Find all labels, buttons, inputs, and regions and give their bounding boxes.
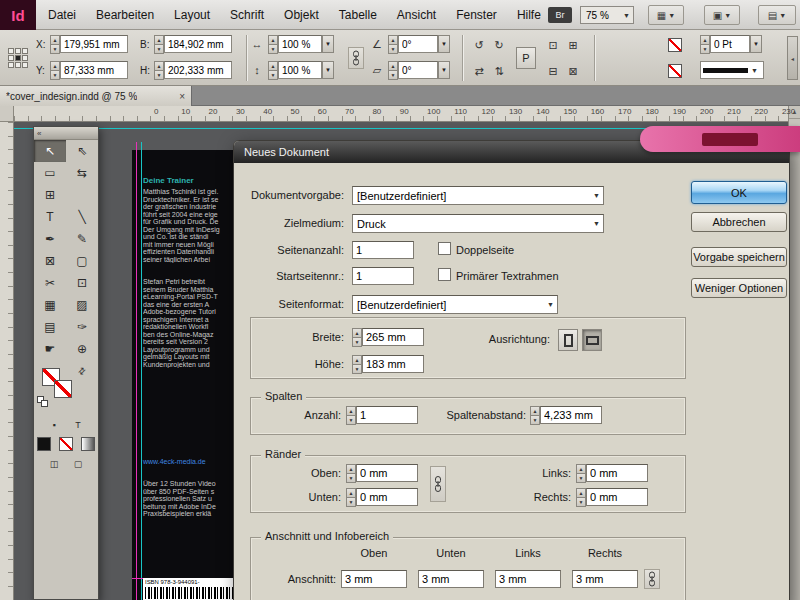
selection-tool[interactable]: ↖ [34,140,66,162]
links-stepper[interactable]: ▲▼ [576,464,586,482]
stepper-up-button[interactable]: ▲ [50,61,60,70]
formatting-affects-container-button[interactable]: ▪ [46,417,62,432]
width-stepper[interactable]: ▲▼ [154,35,164,53]
stepper-up-button[interactable]: ▲ [388,61,398,70]
stepper-down-button[interactable]: ▼ [388,44,398,54]
shear-input[interactable] [398,61,438,79]
apply-gradient-button[interactable] [81,437,95,451]
bridge-button[interactable]: Br [548,7,572,23]
menu-item-datei[interactable]: Datei [38,0,86,30]
stepper-down-button[interactable]: ▼ [346,415,356,425]
stepper-up-button[interactable]: ▲ [576,488,586,497]
pen-tool[interactable]: ✒ [34,228,66,250]
rotation-stepper[interactable]: ▲▼ [388,35,398,53]
links-input[interactable] [586,464,648,482]
scissors-tool[interactable]: ✂ [34,272,66,294]
anzahl-stepper[interactable]: ▲▼ [346,406,356,424]
formatting-affects-text-button[interactable]: T [70,417,86,432]
eyedropper-tool[interactable]: ✑ [66,316,98,338]
default-fill-stroke-button[interactable] [37,396,49,408]
stepper-down-button[interactable]: ▼ [352,364,362,374]
anschnitt-unten-input[interactable] [418,570,484,588]
direct-selection-tool[interactable]: ⇖ [66,140,98,162]
content-collector-tool[interactable]: ⊞ [34,184,66,206]
page-tool[interactable]: ▭ [34,162,66,184]
pencil-tool[interactable]: ✎ [66,228,98,250]
stroke-weight-input[interactable] [710,35,750,53]
stepper-down-button[interactable]: ▼ [268,44,278,54]
reference-point-proxy[interactable] [8,48,28,68]
stepper-up-button[interactable]: ▲ [346,406,356,415]
unten-stepper[interactable]: ▲▼ [346,488,356,506]
fit-frame-button[interactable]: ⊞ [564,36,582,54]
height-stepper[interactable]: ▲▼ [154,61,164,79]
ruler-corner[interactable] [0,106,14,122]
stepper-down-button[interactable]: ▼ [268,70,278,80]
fewer-options-button[interactable]: Weniger Optionen [691,278,787,298]
cancel-button[interactable]: Abbrechen [691,212,787,232]
stepper-up-button[interactable]: ▲ [268,35,278,44]
apply-color-button[interactable] [37,437,51,451]
seitenanzahl-input[interactable] [352,241,414,259]
document-tab[interactable]: *cover_indesign.indd @ 75 % × [0,86,192,106]
zoom-level-select[interactable]: 75 % ▼ [580,6,634,24]
rectangle-tool[interactable]: ▢ [66,250,98,272]
menu-item-tabelle[interactable]: Tabelle [329,0,387,30]
spaltenabstand-stepper[interactable]: ▲▼ [530,406,540,424]
scale-x-stepper[interactable]: ▲▼ [268,35,278,53]
frame-tool[interactable]: ⊠ [34,250,66,272]
rotation-dropdown-button[interactable]: ▼ [438,35,450,53]
menu-item-objekt[interactable]: Objekt [274,0,329,30]
stepper-up-button[interactable]: ▲ [388,35,398,44]
stepper-down-button[interactable]: ▼ [346,473,356,483]
stepper-down-button[interactable]: ▼ [154,70,164,80]
x-stepper[interactable]: ▲▼ [50,35,60,53]
rotate-cw-button[interactable]: ↻ [490,36,508,54]
apply-none-button[interactable] [59,437,73,451]
stroke-weight-stepper[interactable]: ▲▼ [700,35,710,53]
scale-y-input[interactable] [278,61,322,79]
stepper-down-button[interactable]: ▼ [154,44,164,54]
stepper-down-button[interactable]: ▼ [530,415,540,425]
primaerer-textrahmen-checkbox[interactable] [438,268,451,281]
y-input[interactable] [60,61,128,79]
arrange-documents-button[interactable]: ▣ ▼ [704,5,740,25]
stroke-weight-dropdown-button[interactable]: ▼ [750,35,762,53]
constrain-scale-link-button[interactable] [348,47,364,69]
stepper-down-button[interactable]: ▼ [346,497,356,507]
p-button[interactable]: P [516,47,536,69]
stepper-down-button[interactable]: ▼ [700,44,710,54]
anschnitt-oben-input[interactable] [341,570,407,588]
anschnitt-links-input[interactable] [495,570,561,588]
menu-item-fenster[interactable]: Fenster [446,0,507,30]
unten-input[interactable] [356,488,418,506]
stepper-down-button[interactable]: ▼ [352,337,362,347]
type-tool[interactable]: T [34,206,66,228]
scale-x-dropdown-button[interactable]: ▼ [322,35,334,53]
rotate-ccw-button[interactable]: ↺ [470,36,488,54]
stepper-up-button[interactable]: ▲ [346,464,356,473]
dokumentvorgabe-select[interactable]: [Benutzerdefiniert] ▼ [352,186,604,205]
normal-view-mode-button[interactable]: ◫ [46,456,62,471]
gradient-feather-tool[interactable]: ▨ [66,294,98,316]
fit-content-button[interactable]: ⊡ [544,36,562,54]
hoehe-stepper[interactable]: ▲▼ [352,355,362,373]
shear-dropdown-button[interactable]: ▼ [438,61,450,79]
gap-tool[interactable]: ⇆ [66,162,98,184]
gradient-swatch-tool[interactable]: ▦ [34,294,66,316]
scale-y-dropdown-button[interactable]: ▼ [322,61,334,79]
ok-button[interactable]: OK [691,181,787,204]
breite-input[interactable] [362,328,424,346]
doppelseite-checkbox[interactable] [438,242,451,255]
rechts-stepper[interactable]: ▲▼ [576,488,586,506]
width-input[interactable] [164,35,232,53]
swap-fill-stroke-icon[interactable]: ⇄ [76,365,88,377]
menu-item-hilfe[interactable]: Hilfe [507,0,551,30]
trial-banner[interactable] [640,126,800,152]
stroke-color-swatch[interactable] [668,38,682,52]
spaltenabstand-input[interactable] [540,406,602,424]
trial-banner-button[interactable] [702,133,758,146]
rotation-input[interactable] [398,35,438,53]
hoehe-input[interactable] [362,355,424,373]
fill-frame-button[interactable]: ⊠ [564,62,582,80]
